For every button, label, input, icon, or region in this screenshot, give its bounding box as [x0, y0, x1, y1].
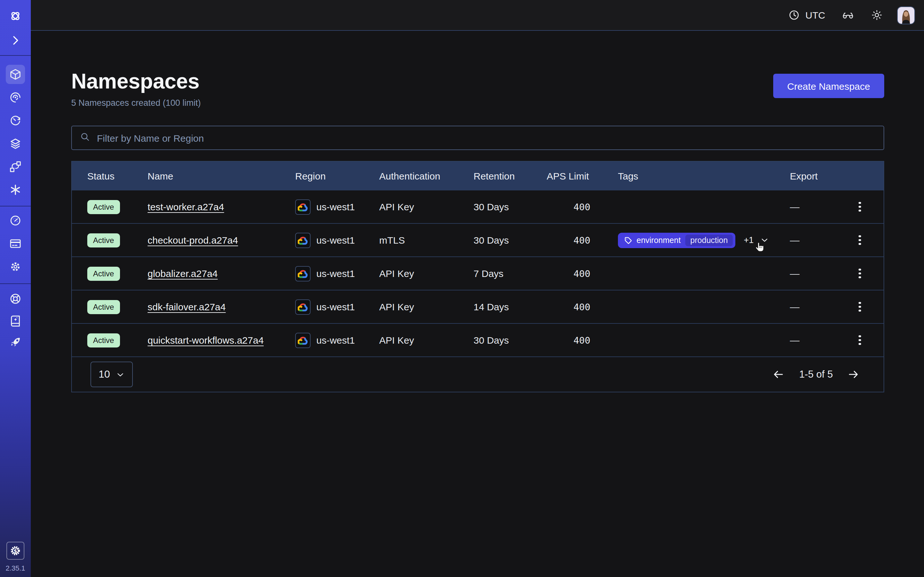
sidebar: $ 2.35.1 [0, 0, 31, 577]
sidebar-item-schedules[interactable] [6, 111, 25, 130]
sidebar-item-nexus[interactable] [6, 157, 25, 176]
page-header: Namespaces 5 Namespaces created (100 lim… [71, 31, 884, 108]
column-header-aps-limit: APS Limit [547, 170, 590, 181]
aps-limit-value: 400 [547, 201, 590, 212]
sidebar-item-asterisk[interactable] [6, 180, 25, 199]
region-label: us-west1 [317, 268, 355, 279]
status-badge: Active [87, 266, 120, 280]
previous-page-arrow-icon[interactable] [772, 368, 785, 381]
clock-icon [788, 9, 800, 21]
layers-icon [9, 137, 22, 150]
table-row: Active test-worker.a27a4 us-west1 API Ke… [72, 190, 884, 223]
asterisk-icon [9, 183, 22, 196]
row-actions-kebab-icon[interactable] [855, 332, 865, 348]
aps-limit-value: 400 [547, 268, 590, 279]
column-header-name: Name [148, 170, 295, 181]
labs-glasses-icon[interactable] [842, 9, 854, 21]
region-label: us-west1 [317, 301, 355, 312]
sidebar-item-docs[interactable] [6, 311, 25, 330]
gcp-cloud-icon [295, 299, 310, 314]
namespace-link[interactable]: sdk-failover.a27a4 [148, 301, 226, 312]
gcp-cloud-icon [295, 332, 310, 348]
column-header-export: Export [790, 170, 849, 181]
lifebuoy-icon [9, 292, 22, 305]
search-icon [79, 131, 90, 145]
namespace-count-subtitle: 5 Namespaces created (100 limit) [71, 98, 201, 108]
column-header-tags: Tags [618, 170, 790, 181]
more-tags-count[interactable]: +1 [744, 235, 754, 245]
sidebar-divider [0, 284, 31, 284]
status-badge: Active [87, 200, 120, 214]
page-size-selector[interactable]: 10 [90, 362, 133, 387]
next-page-arrow-icon[interactable] [847, 368, 860, 381]
table-row: Active globalizer.a27a4 us-west1 API Key… [72, 256, 884, 290]
aps-limit-value: 400 [547, 301, 590, 312]
namespaces-table: Status Name Region Authentication Retent… [71, 161, 884, 392]
auth-method: API Key [379, 201, 473, 212]
column-header-status: Status [72, 170, 148, 181]
table-header-row: Status Name Region Authentication Retent… [72, 161, 884, 190]
docs-book-icon [9, 314, 22, 327]
chevron-down-icon [116, 370, 125, 379]
namespace-link[interactable]: test-worker.a27a4 [148, 201, 224, 212]
export-value: — [790, 335, 849, 346]
timezone-selector[interactable]: UTC [788, 9, 825, 21]
retention-value: 7 Days [473, 268, 547, 279]
rocket-icon [9, 336, 22, 349]
auth-method: API Key [379, 301, 473, 312]
sidebar-item-billing[interactable] [6, 234, 25, 253]
export-value: — [790, 268, 849, 279]
app-screen: $ 2.35.1 UTC [0, 0, 924, 577]
sidebar-item-support[interactable] [6, 289, 25, 308]
main-content: Namespaces 5 Namespaces created (100 lim… [31, 31, 924, 577]
sidebar-item-deployments[interactable] [6, 134, 25, 153]
topbar: UTC [31, 0, 924, 31]
tag-chip[interactable]: environment production [618, 232, 735, 248]
temporal-logo-icon[interactable] [0, 6, 31, 26]
column-header-region: Region [295, 170, 379, 181]
sidebar-divider [0, 206, 31, 206]
row-actions-kebab-icon[interactable] [855, 199, 865, 215]
retention-value: 14 Days [473, 301, 547, 312]
pagination-range: 1-5 of 5 [799, 369, 833, 380]
gcp-cloud-icon [295, 266, 310, 281]
aps-limit-value: 400 [547, 335, 590, 345]
row-actions-kebab-icon[interactable] [855, 299, 865, 315]
sidebar-expand-chevron-icon[interactable] [0, 31, 31, 50]
user-avatar[interactable] [897, 6, 915, 24]
export-value: — [790, 301, 849, 312]
expand-tags-chevron-icon[interactable] [759, 235, 769, 245]
column-header-retention: Retention [473, 170, 547, 181]
svg-text:$: $ [13, 548, 17, 554]
cube-icon [9, 68, 22, 81]
tag-key: environment [636, 235, 681, 245]
table-footer: 10 1-5 of 5 [72, 356, 884, 392]
page-title: Namespaces [71, 69, 201, 93]
namespace-link[interactable]: globalizer.a27a4 [148, 268, 218, 279]
sidebar-item-namespaces[interactable] [6, 65, 25, 84]
sidebar-divider [0, 55, 31, 56]
filter-input[interactable] [97, 132, 876, 143]
create-namespace-button[interactable]: Create Namespace [773, 74, 884, 98]
retention-value: 30 Days [473, 235, 547, 245]
tag-value: production [685, 234, 733, 246]
sidebar-item-workflows[interactable] [6, 88, 25, 107]
region-label: us-west1 [317, 335, 355, 346]
theme-sun-icon[interactable] [871, 9, 883, 21]
column-header-authentication: Authentication [379, 170, 473, 181]
plan-badge-icon[interactable]: $ [6, 542, 24, 560]
row-actions-kebab-icon[interactable] [855, 266, 865, 282]
table-row: Active sdk-failover.a27a4 us-west1 API K… [72, 290, 884, 323]
auth-method: API Key [379, 268, 473, 279]
auth-method: API Key [379, 335, 473, 346]
retention-value: 30 Days [473, 335, 547, 346]
namespace-link[interactable]: quickstart-workflows.a27a4 [148, 335, 264, 346]
sidebar-item-settings[interactable] [6, 257, 25, 276]
namespace-link[interactable]: checkout-prod.a27a4 [148, 235, 238, 245]
sidebar-item-usage[interactable] [6, 211, 25, 230]
row-actions-kebab-icon[interactable] [855, 232, 865, 248]
branch-icon [9, 160, 22, 173]
aps-limit-value: 400 [547, 235, 590, 245]
sidebar-item-getting-started[interactable] [6, 333, 25, 352]
region-label: us-west1 [317, 235, 355, 245]
